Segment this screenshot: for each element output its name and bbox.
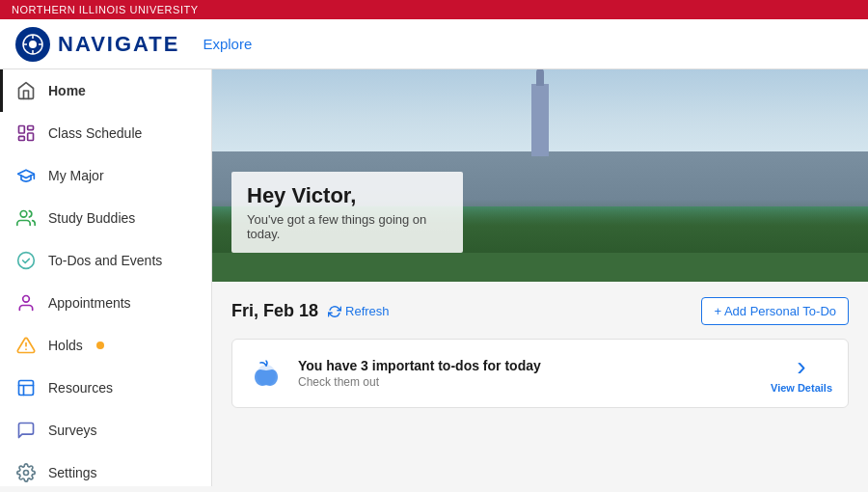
todo-icon-wrap	[248, 355, 285, 392]
todo-title: You have 3 important to-dos for today	[298, 358, 757, 373]
study-buddies-icon	[15, 207, 37, 229]
sidebar-item-my-major[interactable]: My Major	[0, 154, 211, 197]
hero-greeting: Hey Victor,	[247, 183, 448, 208]
svg-rect-7	[28, 126, 34, 130]
sidebar-item-todos-events[interactable]: To-Dos and Events	[0, 239, 211, 282]
sidebar-item-study-buddies[interactable]: Study Buddies	[0, 197, 211, 239]
current-date: Fri, Feb 18	[231, 301, 318, 321]
sidebar-item-class-schedule[interactable]: Class Schedule	[0, 112, 211, 154]
university-bar: NORTHERN ILLINOIS UNIVERSITY	[0, 0, 868, 19]
svg-point-1	[29, 41, 37, 48]
svg-rect-8	[28, 133, 34, 141]
apple-icon	[251, 358, 282, 389]
sidebar-item-settings[interactable]: Settings	[0, 451, 211, 486]
sidebar-item-surveys[interactable]: Surveys	[0, 409, 211, 451]
svg-rect-6	[19, 126, 25, 134]
svg-rect-9	[19, 136, 25, 140]
main-layout: Home Class Schedule My Major	[0, 69, 868, 486]
sidebar-label-todos: To-Dos and Events	[48, 253, 162, 268]
add-todo-label: + Add Personal To-Do	[714, 304, 836, 318]
sidebar-label-my-major: My Major	[48, 168, 104, 183]
todo-card: You have 3 important to-dos for today Ch…	[231, 339, 849, 408]
sidebar: Home Class Schedule My Major	[0, 69, 212, 486]
logo-icon	[15, 27, 50, 62]
class-schedule-icon	[15, 123, 37, 144]
refresh-button[interactable]: Refresh	[328, 304, 390, 318]
resources-icon	[15, 377, 37, 398]
svg-point-11	[18, 253, 35, 269]
holds-icon	[15, 335, 37, 356]
date-row: Fri, Feb 18 Refresh + Add Personal To-Do	[231, 297, 849, 325]
sidebar-label-surveys: Surveys	[48, 423, 97, 438]
sidebar-label-resources: Resources	[48, 380, 113, 396]
view-details-button[interactable]: › View Details	[771, 353, 832, 394]
refresh-label: Refresh	[345, 304, 390, 318]
university-name: NORTHERN ILLINOIS UNIVERSITY	[12, 4, 199, 15]
header: NAVIGATE Explore	[0, 19, 868, 69]
hero-subtitle: You've got a few things going on today.	[247, 212, 448, 241]
sidebar-label-home: Home	[48, 83, 86, 98]
sidebar-label-class-schedule: Class Schedule	[48, 125, 142, 141]
sidebar-item-holds[interactable]: Holds	[0, 324, 211, 367]
appointments-icon	[15, 292, 37, 314]
hero-banner: Hey Victor, You've got a few things goin…	[212, 69, 868, 282]
svg-point-12	[23, 296, 30, 303]
content-body: Fri, Feb 18 Refresh + Add Personal To-Do	[212, 282, 868, 424]
content-area: Hey Victor, You've got a few things goin…	[212, 69, 868, 486]
holds-badge	[96, 342, 104, 349]
sidebar-item-resources[interactable]: Resources	[0, 367, 211, 409]
sidebar-label-appointments: Appointments	[48, 295, 131, 311]
sidebar-item-appointments[interactable]: Appointments	[0, 282, 211, 324]
sidebar-item-home[interactable]: Home	[0, 69, 211, 112]
hero-overlay: Hey Victor, You've got a few things goin…	[231, 172, 463, 253]
logo-area: NAVIGATE	[15, 27, 179, 62]
date-info: Fri, Feb 18 Refresh	[231, 301, 390, 321]
surveys-icon	[15, 420, 37, 441]
todos-icon	[15, 250, 37, 271]
my-major-icon	[15, 165, 37, 186]
svg-point-10	[20, 211, 27, 218]
todo-subtitle: Check them out	[298, 375, 757, 389]
todo-card-text: You have 3 important to-dos for today Ch…	[298, 358, 757, 389]
sidebar-label-holds: Holds	[48, 338, 83, 353]
sidebar-label-study-buddies: Study Buddies	[48, 210, 135, 226]
app-logo-text: NAVIGATE	[58, 32, 179, 57]
view-details-arrow-icon: ›	[797, 353, 805, 380]
home-icon	[15, 80, 37, 101]
settings-icon	[15, 462, 37, 483]
svg-point-16	[24, 471, 29, 476]
sidebar-label-settings: Settings	[48, 465, 97, 480]
refresh-icon	[328, 305, 341, 318]
add-personal-todo-button[interactable]: + Add Personal To-Do	[701, 297, 849, 325]
svg-rect-15	[19, 381, 34, 396]
explore-link[interactable]: Explore	[203, 36, 252, 52]
view-details-label: View Details	[771, 382, 832, 394]
